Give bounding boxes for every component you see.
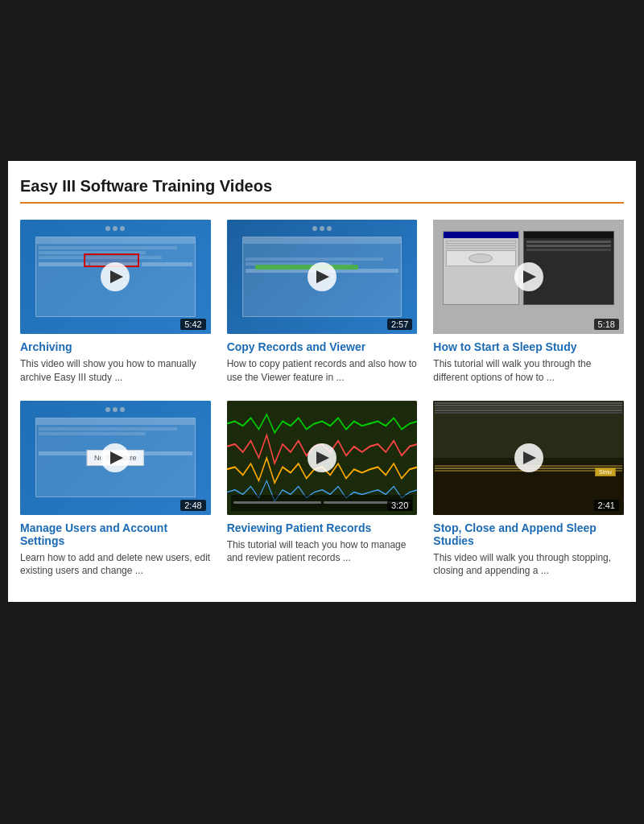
top-bar — [0, 0, 644, 161]
video-thumbnail-copy-records[interactable]: 2:57 — [227, 220, 418, 334]
play-button-patient-records[interactable] — [308, 443, 336, 472]
video-title-sleep-study[interactable]: How to Start a Sleep Study — [433, 340, 624, 353]
video-title-manage-users[interactable]: Manage Users and Account Settings — [20, 521, 211, 547]
video-desc-archiving: This video will show you how to manually… — [20, 357, 211, 385]
video-title-archiving[interactable]: Archiving — [20, 340, 211, 353]
play-button-sleep-study[interactable] — [514, 262, 543, 291]
section-divider — [20, 202, 624, 204]
play-button-copy-records[interactable] — [308, 262, 336, 291]
video-thumbnail-stop-close[interactable]: Simu 2:41 — [433, 401, 624, 515]
video-grid: 5:42 Archiving This video will show you … — [20, 220, 624, 578]
main-content: Easy III Software Training Videos — [8, 161, 636, 602]
play-button-manage-users[interactable] — [101, 443, 130, 472]
video-card-patient-records[interactable]: 3:20 Reviewing Patient Records This tuto… — [227, 401, 418, 579]
bottom-bar — [0, 602, 644, 824]
duration-badge-patient-records: 3:20 — [387, 500, 412, 511]
video-thumbnail-archiving[interactable]: 5:42 — [20, 220, 211, 334]
video-thumbnail-manage-users[interactable]: No Signature 2:48 — [20, 401, 211, 515]
video-desc-sleep-study: This tutorial will walk you through the … — [433, 357, 624, 385]
duration-badge-copy-records: 2:57 — [387, 319, 412, 330]
video-title-patient-records[interactable]: Reviewing Patient Records — [227, 521, 418, 534]
play-button-stop-close[interactable] — [514, 443, 543, 472]
video-title-stop-close[interactable]: Stop, Close and Append Sleep Studies — [433, 521, 624, 547]
duration-badge-stop-close: 2:41 — [594, 500, 619, 511]
video-thumbnail-patient-records[interactable]: 3:20 — [227, 401, 418, 515]
video-thumbnail-sleep-study[interactable]: 5:18 — [433, 220, 624, 334]
video-title-copy-records[interactable]: Copy Records and Viewer — [227, 340, 418, 353]
page-title: Easy III Software Training Videos — [20, 177, 624, 196]
duration-badge-archiving: 5:42 — [180, 319, 205, 330]
video-desc-manage-users: Learn how to add and delete new users, e… — [20, 551, 211, 579]
duration-badge-sleep-study: 5:18 — [594, 319, 619, 330]
play-button-archiving[interactable] — [101, 262, 130, 291]
video-card-manage-users[interactable]: No Signature 2:48 Manage Users and Accou… — [20, 401, 211, 579]
video-card-copy-records[interactable]: 2:57 Copy Records and Viewer How to copy… — [227, 220, 418, 385]
video-desc-stop-close: This video will walk you through stoppin… — [433, 551, 624, 579]
video-card-sleep-study[interactable]: 5:18 How to Start a Sleep Study This tut… — [433, 220, 624, 385]
video-desc-patient-records: This tutorial will teach you how to mana… — [227, 538, 418, 566]
video-desc-copy-records: How to copy patient records and also how… — [227, 357, 418, 385]
video-card-stop-close[interactable]: Simu 2:41 Stop, Close and Append Sleep S… — [433, 401, 624, 579]
page-header: Easy III Software Training Videos — [20, 177, 624, 196]
video-card-archiving[interactable]: 5:42 Archiving This video will show you … — [20, 220, 211, 385]
duration-badge-manage-users: 2:48 — [180, 500, 205, 511]
